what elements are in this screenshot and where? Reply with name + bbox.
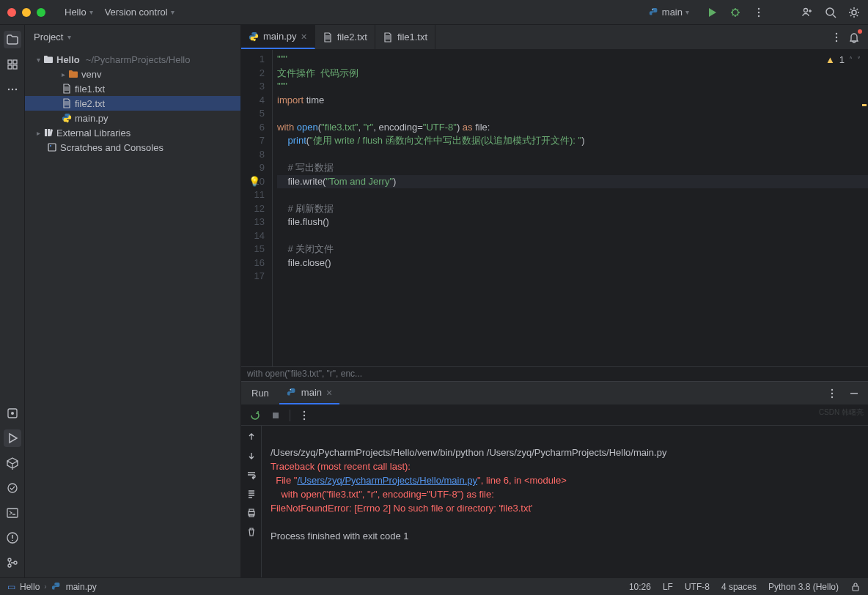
svg-rect-10	[8, 65, 12, 69]
editor-tabs: main.py×file2.txtfile1.txt	[241, 25, 868, 50]
run-config-selector[interactable]: main ▾	[643, 4, 695, 21]
down-icon[interactable]	[245, 449, 258, 462]
sb-position[interactable]: 10:26	[629, 582, 651, 592]
output-line: FileNotFoundError: [Errno 2] No such fil…	[271, 503, 533, 514]
svg-point-3	[758, 11, 760, 12]
tree-item-label: main.py	[75, 113, 108, 124]
file-link[interactable]: /Users/zyq/PycharmProjects/Hello/main.py	[297, 475, 477, 486]
breadcrumb[interactable]: with open("file3.txt", "r", enc...	[241, 366, 868, 381]
search-icon[interactable]	[824, 6, 837, 19]
print-icon[interactable]	[245, 506, 258, 520]
close-window-icon[interactable]	[7, 8, 16, 17]
svg-point-24	[50, 145, 51, 147]
svg-point-25	[836, 32, 837, 34]
scroll-to-end-icon[interactable]	[245, 487, 258, 500]
inspections-widget[interactable]: ▲ 1 ˄ ˅	[825, 54, 861, 65]
zoom-window-icon[interactable]	[37, 8, 45, 17]
python-icon	[62, 113, 72, 123]
project-menu[interactable]: Hello ▾	[59, 4, 99, 21]
code-with-me-icon[interactable]	[801, 6, 814, 19]
warning-mark[interactable]	[862, 104, 867, 106]
run-button[interactable]	[705, 6, 718, 19]
run-config-label: main	[662, 7, 683, 18]
debug-button[interactable]	[729, 6, 742, 19]
soft-wrap-icon[interactable]	[245, 468, 258, 481]
module-icon: ▭	[7, 582, 15, 592]
svg-point-7	[852, 10, 856, 15]
project-menu-label: Hello	[65, 7, 87, 18]
svg-point-5	[804, 8, 808, 12]
python-console-button[interactable]	[4, 479, 21, 497]
project-panel-header[interactable]: Project ▾	[25, 25, 240, 49]
sb-encoding[interactable]: UTF-8	[685, 582, 710, 592]
sb-crumb[interactable]: Hello	[20, 582, 40, 592]
trash-icon[interactable]	[245, 525, 258, 539]
run-tool-button[interactable]	[4, 429, 21, 447]
tab-label: file1.txt	[397, 32, 427, 42]
tree-label: External Libraries	[56, 128, 130, 138]
chevron-down-icon: ▾	[67, 33, 71, 41]
tree-item[interactable]: file2.txt	[25, 96, 240, 111]
tree-scratches[interactable]: Scratches and Consoles	[25, 140, 240, 155]
close-icon[interactable]: ×	[301, 31, 307, 42]
statusbar: ▭ Hello › main.py 10:26 LF UTF-8 4 space…	[0, 577, 868, 595]
output-line: with open("file3.txt", "r", encoding="UT…	[271, 489, 494, 500]
terminal-tool-button[interactable]	[4, 504, 21, 522]
tree-item-label: file2.txt	[75, 98, 105, 109]
services-tool-button[interactable]	[4, 454, 21, 472]
problems-tool-button[interactable]	[4, 529, 21, 547]
svg-point-16	[11, 412, 14, 415]
more-actions-icon[interactable]	[752, 6, 765, 19]
run-output[interactable]: /Users/zyq/PycharmProjects/Hello/venv/bi…	[262, 426, 868, 577]
svg-point-30	[831, 392, 833, 393]
left-tool-rail	[0, 25, 25, 577]
svg-point-2	[758, 7, 760, 9]
more-tools-icon[interactable]	[4, 81, 21, 98]
editor-body[interactable]: 1234567891011121314151617 """文件操作 代码示例""…	[241, 50, 868, 366]
hide-panel-icon[interactable]	[847, 387, 861, 400]
project-panel: Project ▾ ▾ Hello ~/PycharmProjects/Hell…	[25, 25, 241, 577]
vcs-tool-button[interactable]	[4, 554, 21, 572]
intention-bulb-icon[interactable]: 💡	[249, 176, 260, 187]
run-config-tab[interactable]: main ×	[279, 382, 339, 404]
tabs-more-icon[interactable]	[830, 31, 843, 44]
project-tree: ▾ Hello ~/PycharmProjects/Hello ▸venvfil…	[25, 49, 240, 158]
rerun-button[interactable]	[249, 409, 262, 422]
editor-tab[interactable]: main.py×	[241, 25, 315, 49]
editor-tab[interactable]: file2.txt	[315, 25, 375, 49]
tree-item[interactable]: file1.txt	[25, 81, 240, 96]
sb-line-sep[interactable]: LF	[663, 582, 673, 592]
vcs-menu[interactable]: Version control ▾	[99, 4, 180, 21]
editor-tab[interactable]: file1.txt	[375, 25, 435, 49]
lock-icon[interactable]	[850, 582, 861, 592]
toolbar-more-icon[interactable]	[298, 409, 311, 422]
python-icon	[249, 32, 259, 42]
svg-point-26	[836, 36, 837, 37]
notifications-icon[interactable]	[847, 31, 861, 44]
up-icon[interactable]	[245, 430, 258, 443]
code[interactable]: """文件操作 代码示例"""import time with open("fi…	[272, 50, 868, 366]
tree-external-libs[interactable]: ▸ External Libraries	[25, 125, 240, 140]
titlebar: Hello ▾ Version control ▾ main ▾	[0, 0, 868, 25]
run-more-icon[interactable]	[825, 387, 839, 400]
project-tool-button[interactable]	[4, 31, 21, 48]
python-packages-button[interactable]	[4, 404, 21, 422]
tree-root[interactable]: ▾ Hello ~/PycharmProjects/Hello	[25, 52, 240, 67]
error-stripe[interactable]	[861, 50, 868, 366]
settings-icon[interactable]	[847, 6, 861, 19]
structure-tool-button[interactable]	[4, 56, 21, 73]
tree-root-label: Hello	[56, 54, 80, 65]
sb-interpreter[interactable]: Python 3.8 (Hello)	[768, 582, 839, 592]
tree-item[interactable]: main.py	[25, 111, 240, 125]
svg-point-29	[831, 388, 833, 390]
minimize-window-icon[interactable]	[22, 8, 31, 17]
chevron-up-icon[interactable]: ˄	[849, 56, 853, 64]
sb-crumb[interactable]: main.py	[66, 582, 97, 592]
close-icon[interactable]: ×	[326, 387, 332, 399]
sb-indent[interactable]: 4 spaces	[721, 582, 757, 592]
stop-button[interactable]	[269, 409, 282, 422]
tree-item[interactable]: ▸venv	[25, 67, 240, 81]
svg-rect-39	[853, 586, 858, 591]
scratch-icon	[47, 142, 57, 152]
project-panel-title: Project	[34, 32, 63, 42]
